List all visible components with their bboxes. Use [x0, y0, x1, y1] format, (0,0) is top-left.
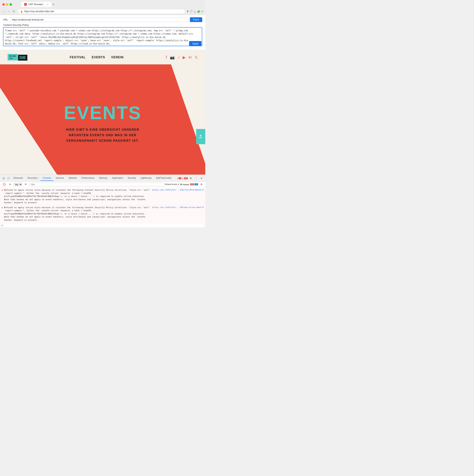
console-error-1: ● Refused to apply inline style because …: [0, 188, 205, 205]
instagram-icon[interactable]: 📷: [170, 55, 175, 60]
browser-tab[interactable]: S CSP Simulator ✕: [21, 2, 52, 7]
events-title: EVENTS: [8, 102, 198, 123]
prompt-symbol: >: [1, 224, 3, 227]
youtube-icon[interactable]: ▶: [183, 55, 186, 60]
logo: IN MU SIK DIE: [8, 54, 27, 61]
default-levels[interactable]: Default levels ▾: [165, 183, 179, 186]
tab-sources[interactable]: Sources: [53, 175, 66, 181]
minimize-button[interactable]: [6, 3, 8, 6]
logo-mu: MU: [12, 55, 16, 57]
devtools-settings: ● 2 ▲ 65 ⚙ ⋮ ✕: [177, 176, 204, 180]
devtools-close-icon[interactable]: ✕: [199, 176, 204, 180]
twitter-icon[interactable]: 𝕏: [195, 55, 198, 60]
logo-sik: SIK: [10, 57, 13, 59]
new-tab-button[interactable]: +: [52, 2, 55, 6]
main-nav: FESTIVAL EVENTS VEREIN: [70, 56, 124, 59]
shield-icon: 🛡: [190, 10, 193, 13]
console-input[interactable]: [4, 224, 204, 227]
error-text-2: Refused to apply inline style because it…: [4, 206, 151, 222]
alert-icon: △: [194, 10, 196, 13]
error-icon-1: ●: [1, 189, 3, 191]
nav-events[interactable]: EVENTS: [92, 56, 105, 59]
tab-network[interactable]: Network: [66, 175, 79, 181]
svg-text:S: S: [25, 4, 26, 5]
csp-panel: URL Fetch Content-Security-Policy frame-…: [0, 15, 205, 50]
console-settings-icon[interactable]: ⚙: [199, 182, 204, 186]
devtools-inspect-icon[interactable]: ⊡: [1, 176, 6, 180]
extensions-icon[interactable]: 🧩: [197, 10, 200, 13]
csp-label: Content-Security-Policy: [3, 24, 202, 26]
devtools-tabs: Elements Recorder 𝑓 Console Sources Netw…: [11, 175, 174, 181]
tiktok-icon[interactable]: ♪: [178, 55, 180, 59]
tab-favicon: S: [24, 3, 27, 6]
events-content: EVENTS HIER GIBT'S EINE ÜBERSICHT UNSERE…: [0, 64, 205, 155]
url-row: URL Fetch: [3, 17, 202, 22]
console-prompt: >: [0, 223, 205, 228]
error-count: 2: [179, 177, 181, 179]
tab-memory[interactable]: Memory: [97, 175, 110, 181]
nav-verein[interactable]: VEREIN: [111, 56, 124, 59]
nav-bar: ‹ › ↻ 🔒 https://csp-simulator.ddev.site …: [0, 8, 205, 15]
devtools-toolbar: ⊡ ☐ Elements Recorder 𝑓 Console Sources …: [0, 175, 205, 182]
console-error-2: ● Refused to apply inline style because …: [0, 205, 205, 223]
website-content: IN MU SIK DIE FESTIVAL EVENTS VEREIN f 📷…: [0, 50, 205, 175]
social-icons: f 📷 ♪ ▶ in 𝕏: [166, 55, 198, 60]
maximize-button[interactable]: [10, 3, 12, 6]
devtools: ⊡ ☐ Elements Recorder 𝑓 Console Sources …: [0, 175, 205, 228]
tab-close-button[interactable]: ✕: [47, 3, 49, 6]
tab-console[interactable]: Console: [40, 175, 53, 181]
facebook-icon[interactable]: f: [166, 55, 167, 59]
console-filter-input[interactable]: [29, 183, 164, 186]
error-link-1[interactable]: proxy.csp-simulator...2Zw/tail#facebook:…: [152, 189, 204, 191]
console-errors: ● Refused to apply inline style because …: [0, 187, 205, 223]
warning-count: 65: [184, 177, 188, 179]
logo-in: IN: [10, 55, 12, 57]
menu-icon[interactable]: ≡: [201, 10, 203, 13]
subtitle-line2: NÄCHSTEN EVENTS UND WAS IN DER: [8, 133, 198, 138]
apply-button[interactable]: Apply: [189, 41, 201, 46]
linkedin-icon[interactable]: in: [189, 55, 192, 59]
devtools-device-icon[interactable]: ☐: [6, 176, 11, 180]
reload-button[interactable]: ↻: [12, 9, 16, 14]
site-header: IN MU SIK DIE FESTIVAL EVENTS VEREIN f 📷…: [0, 50, 205, 64]
tab-lighthouse[interactable]: Lighthouse: [138, 175, 154, 181]
csp-textarea[interactable]: frame-src 'self' *.youtube-nocookie.com …: [3, 27, 202, 46]
console-clear-icon[interactable]: 🚫: [1, 182, 7, 186]
fetch-button[interactable]: Fetch: [190, 17, 202, 22]
console-bar: 🚫 ⊘ top 👁 Default levels ▾ 96 Issues: 65…: [0, 182, 205, 187]
error-text-1: Refused to apply inline style because it…: [4, 189, 151, 204]
title-bar: S CSP Simulator ✕ +: [0, 0, 205, 8]
logo-die: DIE: [19, 55, 26, 60]
tab-title: CSP Simulator: [28, 3, 45, 6]
share-icon[interactable]: ⬆: [187, 10, 189, 13]
tab-application[interactable]: Application: [110, 175, 125, 181]
devtools-more-icon[interactable]: ⋮: [194, 176, 199, 180]
close-button[interactable]: [2, 3, 5, 6]
tab-recorder[interactable]: Recorder 𝑓: [25, 175, 40, 181]
url-input[interactable]: [10, 17, 188, 22]
events-subtitle: HIER GIBT'S EINE ÜBERSICHT UNSERER NÄCHS…: [8, 127, 198, 143]
tab-performance[interactable]: Performance: [79, 175, 97, 181]
share-button[interactable]: [196, 129, 205, 144]
issues-blue: 31: [194, 183, 198, 185]
share-icon: [199, 135, 203, 138]
issues-badge: 96 Issues: 65 31: [180, 183, 198, 186]
url-label: URL: [3, 18, 9, 21]
address-text: https://csp-simulator.ddev.site: [24, 10, 182, 13]
error-link-2[interactable]: proxy.csp-simulator...1#long-arrow-down:…: [152, 206, 204, 209]
issues-red: 65: [190, 183, 194, 185]
console-context-select[interactable]: top: [14, 183, 22, 186]
console-filter-icon[interactable]: ⊘: [8, 182, 12, 186]
tab-elements[interactable]: Elements: [11, 175, 25, 181]
forward-button[interactable]: ›: [7, 9, 10, 14]
hero-area: EVENTS HIER GIBT'S EINE ÜBERSICHT UNSERE…: [0, 64, 205, 175]
nav-icons: ⬆ 🛡 △ 🧩 ≡: [187, 10, 203, 13]
nav-festival[interactable]: FESTIVAL: [70, 56, 86, 59]
error-icon-2: ●: [1, 206, 3, 209]
console-eye-icon[interactable]: 👁: [23, 182, 28, 186]
tab-editthiscookie[interactable]: EditThisCookie: [154, 175, 174, 181]
csp-textarea-wrapper: frame-src 'self' *.youtube-nocookie.com …: [3, 27, 202, 47]
devtools-settings-icon[interactable]: ⚙: [189, 176, 193, 180]
back-button[interactable]: ‹: [2, 9, 5, 14]
tab-security[interactable]: Security: [125, 175, 138, 181]
